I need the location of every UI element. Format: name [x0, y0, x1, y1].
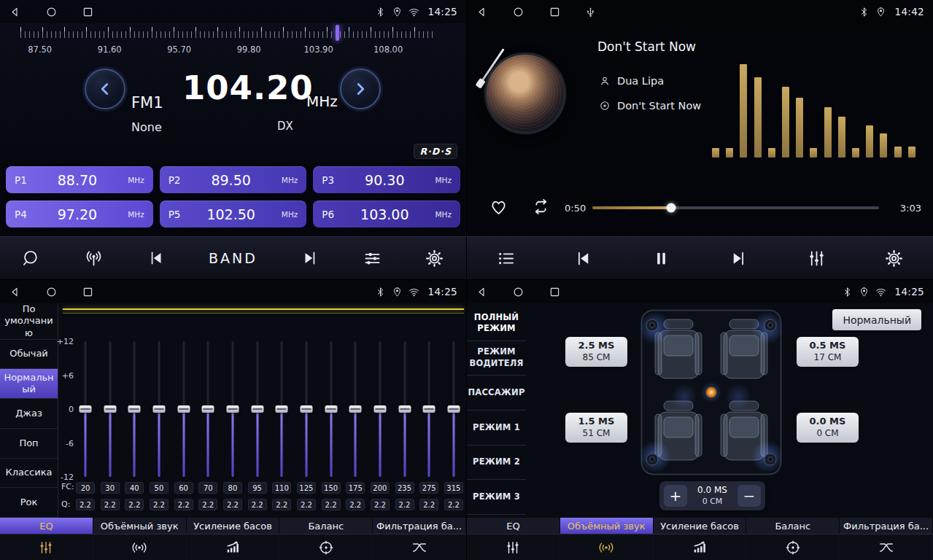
preset-P5-button[interactable]: P5102.50MHz: [160, 201, 307, 228]
eq-slider-knob[interactable]: [447, 405, 460, 413]
delay-front-right-button[interactable]: 0.5 MS 17 CM: [797, 337, 859, 367]
eq-preset-item[interactable]: Джаз: [0, 399, 58, 429]
broadcast-button[interactable]: [84, 249, 104, 268]
scan-button[interactable]: [21, 249, 41, 268]
seek-up-button[interactable]: [301, 249, 320, 268]
delay-decrease-button[interactable]: −: [738, 485, 761, 507]
eq-slider-knob[interactable]: [276, 405, 288, 413]
delay-rear-left-button[interactable]: 1.5 MS 51 CM: [565, 413, 627, 443]
tab-surround[interactable]: Объёмный звук: [93, 518, 187, 534]
frequency-scale[interactable]: 87.5091.6095.7099.80103.90108.00: [20, 27, 435, 59]
audio-settings-button[interactable]: [363, 249, 382, 268]
eq-band-slider[interactable]: [274, 341, 289, 477]
eq-band-slider[interactable]: [398, 341, 412, 477]
eq-slider-knob[interactable]: [398, 405, 411, 413]
tab-eq-icon-button[interactable]: [0, 534, 93, 560]
eq-slider-knob[interactable]: [325, 405, 337, 413]
tab-crossover-icon-button[interactable]: [840, 534, 933, 560]
progress-knob[interactable]: [667, 203, 676, 213]
mode-item[interactable]: ПАССАЖИР: [467, 376, 526, 411]
tab-eq[interactable]: EQ: [467, 518, 560, 534]
tab-crossover[interactable]: Фильтрация ба...: [840, 518, 933, 534]
tab-balance[interactable]: Баланс: [279, 518, 373, 534]
eq-band-slider[interactable]: [152, 341, 166, 477]
tab-crossover[interactable]: Фильтрация ба...: [373, 518, 466, 534]
eq-band-slider[interactable]: [225, 341, 240, 477]
eq-band-slider[interactable]: [299, 341, 314, 477]
home-button[interactable]: [512, 6, 524, 18]
eq-slider-knob[interactable]: [349, 405, 362, 413]
previous-track-button[interactable]: [573, 249, 593, 268]
tab-surround[interactable]: Объёмный звук: [560, 518, 654, 534]
preset-P2-button[interactable]: P289.50MHz: [160, 166, 307, 193]
recents-button[interactable]: [549, 286, 561, 298]
eq-preset-shortcut-button[interactable]: Нормальный: [832, 309, 921, 330]
mode-item[interactable]: РЕЖИМ ВОДИТЕЛЯ: [467, 341, 526, 376]
back-button[interactable]: [476, 286, 488, 298]
recents-button[interactable]: [549, 6, 561, 18]
favorite-button[interactable]: [489, 197, 508, 217]
eq-band-slider[interactable]: [127, 341, 142, 477]
recents-button[interactable]: [82, 286, 94, 298]
seek-down-button[interactable]: [147, 249, 166, 268]
eq-slider-knob[interactable]: [128, 405, 141, 413]
delay-rear-right-button[interactable]: 0.0 MS 0 CM: [797, 413, 859, 443]
back-button[interactable]: [476, 6, 488, 18]
fader-button[interactable]: [807, 249, 826, 268]
home-button[interactable]: [512, 286, 524, 298]
mode-item[interactable]: ПОЛНЫЙ РЕЖИМ: [467, 306, 526, 341]
tab-balance[interactable]: Баланс: [746, 518, 840, 534]
eq-slider-knob[interactable]: [202, 405, 214, 413]
eq-preset-item[interactable]: Поп: [0, 429, 58, 459]
eq-slider-knob[interactable]: [226, 405, 239, 413]
tune-up-button[interactable]: [340, 69, 381, 109]
eq-slider-knob[interactable]: [373, 405, 386, 413]
preset-P4-button[interactable]: P497.20MHz: [6, 201, 153, 228]
eq-preset-item[interactable]: Рок: [0, 488, 58, 518]
eq-preset-item[interactable]: Нормальный: [0, 369, 58, 399]
eq-band-slider[interactable]: [373, 341, 387, 477]
eq-slider-knob[interactable]: [423, 405, 435, 413]
eq-slider-knob[interactable]: [104, 405, 116, 413]
home-button[interactable]: [45, 6, 58, 18]
eq-band-slider[interactable]: [103, 341, 117, 477]
mode-item[interactable]: РЕЖИМ 1: [467, 411, 526, 446]
preset-P3-button[interactable]: P390.30MHz: [313, 166, 460, 193]
settings-button[interactable]: [425, 249, 444, 268]
preset-P6-button[interactable]: P6103.00MHz: [313, 201, 460, 228]
tab-bass-boost[interactable]: Усиление басов: [654, 518, 747, 534]
eq-preset-item[interactable]: Обычай: [0, 340, 58, 370]
recents-button[interactable]: [82, 6, 94, 18]
eq-band-slider[interactable]: [324, 341, 338, 477]
eq-band-slider[interactable]: [446, 341, 461, 477]
home-button[interactable]: [45, 286, 58, 298]
tab-crossover-icon-button[interactable]: [373, 534, 466, 560]
eq-band-slider[interactable]: [201, 341, 215, 477]
listening-position-marker[interactable]: [706, 387, 717, 398]
eq-slider-knob[interactable]: [152, 405, 165, 413]
eq-band-slider[interactable]: [250, 341, 265, 477]
back-button[interactable]: [9, 286, 21, 298]
band-button[interactable]: BAND: [209, 250, 258, 266]
eq-preset-item[interactable]: По умолчанию: [0, 303, 58, 340]
tune-down-button[interactable]: [85, 69, 125, 109]
settings-button[interactable]: [884, 249, 904, 268]
tab-bass-boost-icon-button[interactable]: [187, 534, 280, 560]
tab-bass-boost[interactable]: Усиление басов: [187, 518, 280, 534]
tab-eq-icon-button[interactable]: [467, 534, 560, 560]
eq-slider-knob[interactable]: [300, 405, 312, 413]
eq-preset-item[interactable]: Классика: [0, 459, 58, 489]
tab-surround-icon-button[interactable]: [93, 534, 187, 560]
delay-front-left-button[interactable]: 2.5 MS 85 CM: [565, 337, 627, 367]
tab-surround-icon-button[interactable]: [560, 534, 654, 560]
tab-bass-boost-icon-button[interactable]: [654, 534, 747, 560]
tab-balance-icon-button[interactable]: [279, 534, 373, 560]
eq-slider-knob[interactable]: [251, 405, 263, 413]
next-track-button[interactable]: [729, 249, 748, 268]
repeat-button[interactable]: [531, 197, 551, 217]
back-button[interactable]: [9, 6, 21, 18]
tab-balance-icon-button[interactable]: [746, 534, 840, 560]
eq-band-slider[interactable]: [78, 341, 93, 477]
eq-band-slider[interactable]: [348, 341, 363, 477]
mode-item[interactable]: РЕЖИМ 3: [467, 480, 526, 515]
